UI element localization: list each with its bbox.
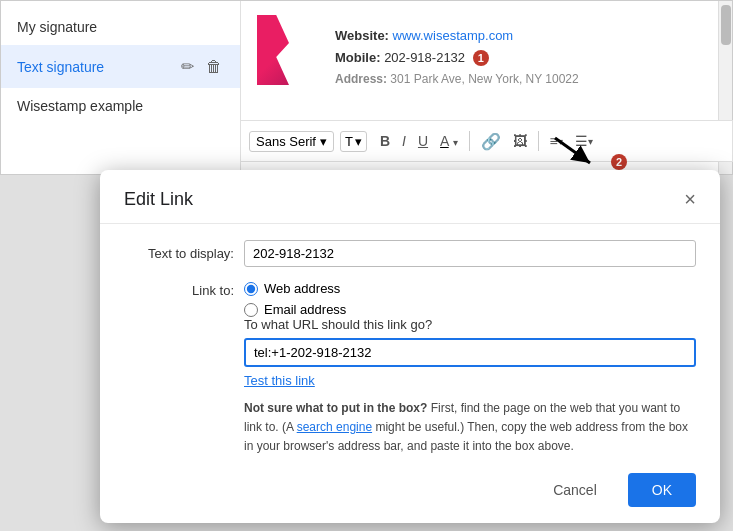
link-button[interactable]: 🔗 (476, 128, 506, 155)
link-to-options: Web address Email address (244, 281, 346, 317)
search-engine-link[interactable]: search engine (297, 420, 372, 434)
url-input[interactable] (244, 338, 696, 367)
dialog-footer: Cancel OK (100, 457, 720, 523)
font-size-selector[interactable]: T ▾ (340, 131, 367, 152)
delete-icon[interactable]: 🗑 (204, 55, 224, 78)
ok-button[interactable]: OK (628, 473, 696, 507)
dialog-body: Text to display: Link to: Web address Em… (100, 224, 720, 457)
italic-button[interactable]: I (397, 129, 411, 153)
text-to-display-input[interactable] (244, 240, 696, 267)
chevron-down-icon-color: ▾ (453, 137, 458, 148)
toolbar: Sans Serif ▾ T ▾ B I U A ▾ 🔗 🖼 ≡ ▾ ☰ ▾ (240, 120, 733, 162)
signature-text: Website: www.wisestamp.com Mobile: 202-9… (335, 15, 579, 90)
chevron-down-icon-size: ▾ (355, 134, 362, 149)
edit-icon[interactable]: ✏ (179, 55, 196, 78)
link-to-label: Link to: (124, 281, 234, 317)
sidebar-item-text-signature[interactable]: Text signature ✏ 🗑 (1, 45, 240, 88)
url-question-label: To what URL should this link go? (244, 317, 696, 332)
signature-logo (257, 15, 289, 85)
font-color-button[interactable]: A ▾ (435, 129, 462, 153)
web-address-option[interactable]: Web address (244, 281, 346, 296)
toolbar-separator-1 (469, 131, 470, 151)
underline-button[interactable]: U (413, 129, 433, 153)
web-address-radio[interactable] (244, 282, 258, 296)
font-color-icon: A ▾ (440, 133, 457, 149)
toolbar-separator-2 (538, 131, 539, 151)
scrollbar-thumb (721, 5, 731, 45)
url-section: To what URL should this link go? Test th… (244, 317, 696, 389)
help-text: Not sure what to put in the box? First, … (244, 399, 696, 457)
chevron-down-icon: ▾ (320, 134, 327, 149)
link-icon: 🔗 (481, 132, 501, 151)
close-button[interactable]: × (684, 188, 696, 211)
email-address-radio[interactable] (244, 303, 258, 317)
badge-1: 1 (473, 50, 489, 66)
website-link[interactable]: www.wisestamp.com (393, 28, 514, 43)
email-address-option[interactable]: Email address (244, 302, 346, 317)
bold-button[interactable]: B (375, 129, 395, 153)
image-icon: 🖼 (513, 133, 527, 149)
sidebar: My signature Text signature ✏ 🗑 Wisestam… (1, 1, 241, 174)
help-text-strong: Not sure what to put in the box? (244, 401, 431, 415)
link-to-section: Link to: Web address Email address (124, 281, 696, 317)
sidebar-item-my-signature[interactable]: My signature (1, 9, 240, 45)
badge-2: 2 (611, 154, 627, 170)
image-button[interactable]: 🖼 (508, 129, 532, 153)
edit-link-dialog: Edit Link × Text to display: Link to: We… (100, 170, 720, 523)
sidebar-item-wisestamp[interactable]: Wisestamp example (1, 88, 240, 124)
font-selector[interactable]: Sans Serif ▾ (249, 131, 334, 152)
dialog-title: Edit Link (124, 189, 193, 210)
dialog-header: Edit Link × (100, 170, 720, 224)
cancel-button[interactable]: Cancel (534, 473, 616, 507)
sidebar-item-icons: ✏ 🗑 (179, 55, 224, 78)
test-link[interactable]: Test this link (244, 373, 315, 388)
text-to-display-row: Text to display: (124, 240, 696, 267)
text-to-display-label: Text to display: (124, 246, 234, 261)
